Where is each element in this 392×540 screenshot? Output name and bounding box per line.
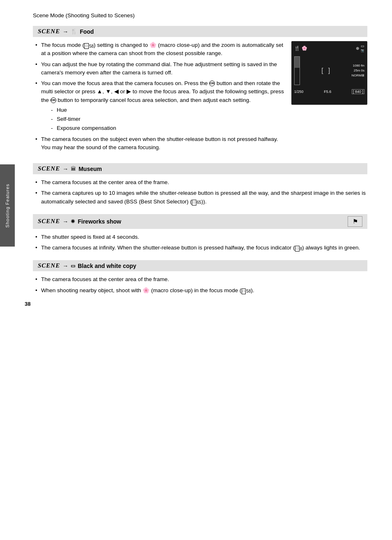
blackwhite-section: SCENE → ▭ Black and white copy The camer… <box>33 260 367 295</box>
preview-top-row: 🍴 🌸 ⊕ ▭📷 <box>294 44 364 52</box>
museum-scene-label: SCENE <box>38 165 60 172</box>
food-bullet-2: You can adjust the hue by rotating the c… <box>33 60 285 77</box>
preview-shots: [ 840 ] <box>352 89 364 94</box>
preview-bottom-row: 1/250 F5.6 [ 840 ] <box>294 89 364 94</box>
fireworks-bullet-1: The shutter speed is fixed at 4 seconds. <box>33 233 367 241</box>
museum-icon: 🏛 <box>71 166 76 172</box>
museum-section-header: SCENE → 🏛 Museum <box>33 163 367 174</box>
food-bullet-4: The camera focuses on the subject even w… <box>33 135 285 152</box>
blackwhite-scene-label: SCENE <box>38 262 60 269</box>
blackwhite-bullet-list: The camera focuses at the center area of… <box>33 275 367 295</box>
blackwhite-section-header: SCENE → ▭ Black and white copy <box>33 260 367 271</box>
preview-bar-fill <box>295 57 300 68</box>
preview-target-icon: ⊕ <box>356 46 359 51</box>
fireworks-tripod-box: ⚑ <box>348 216 362 227</box>
food-sub-list: Hue Self-timer Exposure compensation <box>41 106 285 133</box>
food-title: Food <box>80 28 94 35</box>
preview-food-icon: 🍴 <box>294 46 300 51</box>
fireworks-section-header: SCENE → ✺ Fireworks show ⚑ <box>33 214 367 229</box>
food-content: The focus mode (□58) setting is changed … <box>33 41 367 155</box>
sidebar-label: Shooting Features <box>5 184 10 228</box>
preview-left-bar <box>294 56 300 85</box>
page-container: Shooting Features Scene Mode (Shooting S… <box>0 0 392 319</box>
bracket-right: ] <box>328 67 330 74</box>
fireworks-tripod-icon: ⚑ <box>353 218 358 225</box>
preview-brackets: [ ] <box>321 67 330 74</box>
preview-center: [ ] 1080 fin 25m 0s NORM⊞ <box>294 56 364 85</box>
blackwhite-bullet-1: The camera focuses at the center area of… <box>33 275 367 284</box>
museum-bullet-1: The camera focuses at the center area of… <box>33 178 367 187</box>
food-bullet-1: The focus mode (□58) setting is changed … <box>33 41 285 58</box>
page-title: Scene Mode (Shooting Suited to Scenes) <box>33 12 367 18</box>
ok-icon-1: OK <box>209 81 215 86</box>
fireworks-section: SCENE → ✺ Fireworks show ⚑ The shutter s… <box>33 214 367 252</box>
museum-bullet-2: The camera captures up to 10 images whil… <box>33 189 367 206</box>
food-section-header: SCENE → 🍴 Food <box>33 26 367 37</box>
camera-preview: 🍴 🌸 ⊕ ▭📷 [ ] <box>291 41 367 105</box>
food-text: The focus mode (□58) setting is changed … <box>33 41 285 155</box>
food-bullet-3: You can move the focus area that the cam… <box>33 79 285 133</box>
ref-8: □8 <box>295 246 302 252</box>
food-arrow: → <box>62 28 68 35</box>
food-sub-selftimer: Self-timer <box>51 115 285 123</box>
museum-title: Museum <box>78 166 102 172</box>
preview-aperture: F5.6 <box>324 90 331 94</box>
fireworks-arrow: → <box>62 218 68 225</box>
fireworks-title: Fireworks show <box>78 218 121 225</box>
ref-58b: □58 <box>242 288 251 294</box>
food-scene-label: SCENE <box>38 28 60 35</box>
preview-resolution: 1080 fin <box>352 63 364 68</box>
ok-icon-2: OK <box>51 97 56 103</box>
fireworks-scene-label: SCENE <box>38 218 60 225</box>
food-sub-exposure: Exposure compensation <box>51 124 285 132</box>
preview-right-info: 1080 fin 25m 0s NORM⊞ <box>352 63 364 78</box>
museum-section: SCENE → 🏛 Museum The camera focuses at t… <box>33 163 367 206</box>
blackwhite-arrow: → <box>62 263 68 269</box>
blackwhite-bullet-2: When shooting nearby object, shoot with … <box>33 286 367 295</box>
preview-icons-left: 🍴 🌸 <box>294 46 307 51</box>
preview-icons-right: ⊕ ▭📷 <box>356 44 364 52</box>
food-section: SCENE → 🍴 Food The focus mode (□58) sett… <box>33 26 367 155</box>
fireworks-header-left: SCENE → ✺ Fireworks show <box>38 218 121 225</box>
food-sub-hue: Hue <box>51 106 285 114</box>
preview-norm: NORM⊞ <box>352 73 364 78</box>
preview-macro-icon: 🌸 <box>302 46 307 51</box>
preview-battery-icon: ▭📷 <box>361 44 364 52</box>
blackwhite-title: Black and white copy <box>78 263 136 269</box>
preview-shutter: 1/250 <box>294 90 304 94</box>
preview-time: 25m 0s <box>352 68 364 73</box>
fireworks-icon: ✺ <box>71 218 75 224</box>
page-number: 38 <box>25 301 30 307</box>
food-bullet-list: The focus mode (□58) setting is changed … <box>33 41 285 152</box>
ref-65: □65 <box>192 199 201 205</box>
museum-bullet-list: The camera focuses at the center area of… <box>33 178 367 206</box>
museum-arrow: → <box>62 166 68 172</box>
blackwhite-icon: ▭ <box>71 263 75 269</box>
fireworks-bullet-list: The shutter speed is fixed at 4 seconds.… <box>33 233 367 252</box>
fireworks-bullet-2: The camera focuses at infinity. When the… <box>33 244 367 252</box>
food-icon: 🍴 <box>71 28 77 35</box>
bracket-left: [ <box>321 67 323 74</box>
sidebar-tab: Shooting Features <box>0 164 15 247</box>
ref-58a: □58 <box>84 43 94 49</box>
